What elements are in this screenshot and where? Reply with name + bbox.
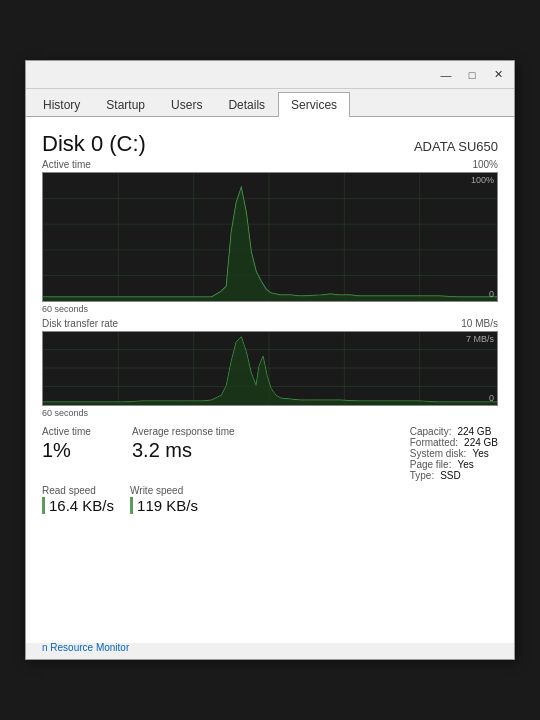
type-row: Type: SSD <box>410 470 498 481</box>
active-time-max: 100% <box>472 159 498 170</box>
avg-response-label: Average response time <box>132 426 235 437</box>
disk-model: ADATA SU650 <box>414 139 498 154</box>
write-speed-item: Write speed 119 KB/s <box>130 485 198 514</box>
stats-section: Active time 1% Average response time 3.2… <box>42 426 498 481</box>
tabs-bar: History Startup Users Details Services <box>26 89 514 117</box>
chart-top-max: 100% <box>471 175 494 185</box>
minimize-button[interactable]: — <box>434 65 458 85</box>
formatted-row: Formatted: 224 GB <box>410 437 498 448</box>
capacity-label: Capacity: <box>410 426 452 437</box>
restore-button[interactable]: □ <box>460 65 484 85</box>
read-speed-item: Read speed 16.4 KB/s <box>42 485 114 514</box>
chart-top-zero: 0 <box>489 289 494 299</box>
window-controls: — □ ✕ <box>434 65 510 85</box>
transfer-rate-label-row: Disk transfer rate 10 MB/s <box>42 318 498 329</box>
active-time-label-row: Active time 100% <box>42 159 498 170</box>
active-time-chart-svg <box>43 173 497 301</box>
speed-section: Read speed 16.4 KB/s Write speed 119 KB/… <box>42 485 498 514</box>
system-disk-label: System disk: <box>410 448 467 459</box>
write-speed-label: Write speed <box>130 485 198 496</box>
active-time-stat-value: 1% <box>42 439 122 461</box>
transfer-rate-max: 10 MB/s <box>461 318 498 329</box>
close-button[interactable]: ✕ <box>486 65 510 85</box>
resource-monitor-link[interactable]: n Resource Monitor <box>42 642 129 653</box>
tab-users[interactable]: Users <box>158 92 215 117</box>
avg-response-stat: Average response time 3.2 ms <box>132 426 235 481</box>
read-speed-label: Read speed <box>42 485 114 496</box>
transfer-rate-chart: 7 MB/s 0 <box>42 331 498 406</box>
page-file-label: Page file: <box>410 459 452 470</box>
read-speed-value: 16.4 KB/s <box>42 497 114 514</box>
title-bar: — □ ✕ <box>26 61 514 89</box>
capacity-row: Capacity: 224 GB <box>410 426 498 437</box>
system-disk-row: System disk: Yes <box>410 448 498 459</box>
disk-content: Disk 0 (C:) ADATA SU650 Active time 100% <box>26 117 514 643</box>
svg-marker-18 <box>43 337 497 405</box>
time-range-label-2: 60 seconds <box>42 408 498 418</box>
tab-history[interactable]: History <box>30 92 93 117</box>
transfer-rate-zero: 0 <box>489 393 494 403</box>
transfer-rate-chart-svg <box>43 332 497 405</box>
formatted-value: 224 GB <box>464 437 498 448</box>
disk-header: Disk 0 (C:) ADATA SU650 <box>42 131 498 157</box>
active-time-stat-label: Active time <box>42 426 122 437</box>
active-time-chart: 100% 0 <box>42 172 498 302</box>
active-time-label: Active time <box>42 159 91 170</box>
tab-startup[interactable]: Startup <box>93 92 158 117</box>
page-file-value: Yes <box>457 459 473 470</box>
capacity-value: 224 GB <box>457 426 491 437</box>
task-manager-window: — □ ✕ History Startup Users Details Serv… <box>25 60 515 660</box>
avg-response-value: 3.2 ms <box>132 439 235 461</box>
page-file-row: Page file: Yes <box>410 459 498 470</box>
tab-services[interactable]: Services <box>278 92 350 117</box>
type-value: SSD <box>440 470 461 481</box>
system-disk-value: Yes <box>472 448 488 459</box>
disk-title: Disk 0 (C:) <box>42 131 146 157</box>
type-label: Type: <box>410 470 434 481</box>
active-time-stat: Active time 1% <box>42 426 122 481</box>
write-speed-value: 119 KB/s <box>130 497 198 514</box>
transfer-rate-mid: 7 MB/s <box>466 334 494 344</box>
formatted-label: Formatted: <box>410 437 458 448</box>
svg-marker-9 <box>43 188 497 301</box>
tab-details[interactable]: Details <box>215 92 278 117</box>
transfer-rate-label: Disk transfer rate <box>42 318 118 329</box>
capacity-section: Capacity: 224 GB Formatted: 224 GB Syste… <box>410 426 498 481</box>
time-range-label: 60 seconds <box>42 304 498 314</box>
